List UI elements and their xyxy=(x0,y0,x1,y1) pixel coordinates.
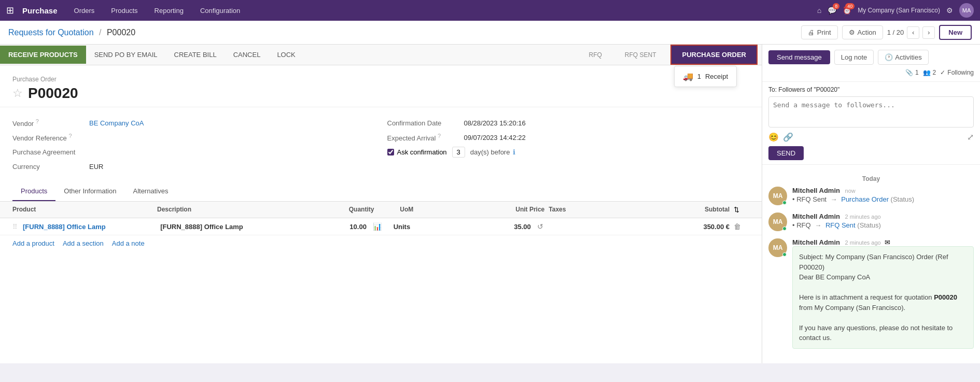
ask-confirmation-checkbox[interactable] xyxy=(387,149,394,155)
cell-quantity[interactable]: 10.00 xyxy=(298,223,371,231)
receipt-dropdown[interactable]: 🚚 1 Receipt xyxy=(674,66,737,87)
receive-products-button[interactable]: RECEIVE PRODUCTS xyxy=(0,46,86,64)
action-strip: RECEIVE PRODUCTS SEND PO BY EMAIL CREATE… xyxy=(0,45,762,65)
nav-orders[interactable]: Orders xyxy=(70,5,99,17)
follower-count[interactable]: 👥 2 xyxy=(923,69,936,76)
vendor-field: Vendor ? BE Company CoA xyxy=(12,116,375,130)
form-area: RECEIVE PRODUCTS SEND PO BY EMAIL CREATE… xyxy=(0,45,762,363)
step-rfq-sent: RFQ SENT xyxy=(617,46,665,64)
new-button[interactable]: New xyxy=(939,25,972,40)
send-button[interactable]: SEND xyxy=(768,146,804,160)
expand-icon[interactable]: ⤢ xyxy=(967,132,974,142)
printer-icon: 🖨 xyxy=(808,29,815,36)
table-footer: Add a product Add a section Add a note xyxy=(0,235,762,251)
tab-other-info[interactable]: Other Information xyxy=(55,182,124,201)
tab-products[interactable]: Products xyxy=(12,182,55,201)
emoji-icon[interactable]: 😊 xyxy=(768,132,779,142)
vendor-help-icon[interactable]: ? xyxy=(36,118,39,124)
col-header-uom: UoM xyxy=(400,206,472,214)
log-note-button[interactable]: Log note xyxy=(834,50,874,65)
info-icon[interactable]: ℹ xyxy=(513,148,515,156)
tab-alternatives[interactable]: Alternatives xyxy=(124,182,176,201)
message-body-1: • RFQ Sent → Purchase Order (Status) xyxy=(792,195,974,203)
breadcrumb: Requests for Quotation / P00020 xyxy=(8,28,135,37)
cell-unit-price[interactable]: 35.00 xyxy=(462,223,535,231)
email-greeting: Dear BE Company CoA xyxy=(799,272,967,282)
ask-days-before: day(s) before xyxy=(470,148,510,156)
step-arrow-1 xyxy=(610,46,617,64)
order-number: P00020 xyxy=(28,85,78,102)
purchase-agreement-label: Purchase Agreement xyxy=(12,148,85,156)
reorder-icon[interactable]: ⇅ xyxy=(734,206,739,214)
send-message-button[interactable]: Send message xyxy=(768,50,830,64)
create-bill-button[interactable]: CREATE BILL xyxy=(166,46,225,64)
message-input[interactable] xyxy=(768,96,974,128)
arrow-sep-1: → xyxy=(831,195,837,203)
vendor-ref-help-icon[interactable]: ? xyxy=(68,133,72,139)
chat-badge: 8 xyxy=(833,3,839,9)
activities-button[interactable]: 🕐 Activities xyxy=(878,50,928,65)
expected-arrival-help-icon[interactable]: ? xyxy=(438,133,441,139)
avatar-2: MA xyxy=(768,213,787,231)
email-line2: If you have any questions, please do not… xyxy=(799,323,967,343)
cell-description[interactable]: [FURN_8888] Office Lamp xyxy=(160,223,298,231)
delete-row-icon[interactable]: 🗑 xyxy=(734,222,741,231)
chatter-messages: Today MA Mitchell Admin now • RFQ Sent →… xyxy=(762,165,980,363)
message-time-3: 2 minutes ago xyxy=(845,239,881,246)
following-button[interactable]: ✓ Following xyxy=(940,69,974,76)
attachment-icon[interactable]: 🔗 xyxy=(783,132,793,142)
prev-button[interactable]: ‹ xyxy=(907,26,919,39)
status-bar: RFQ RFQ SENT PURCHASE ORDER xyxy=(580,45,762,65)
print-button[interactable]: 🖨 Print xyxy=(801,25,838,39)
cancel-button[interactable]: CANCEL xyxy=(225,46,269,64)
home-icon[interactable]: ⌂ xyxy=(817,6,821,15)
breadcrumb-separator: / xyxy=(99,28,101,37)
col-header-actions: ⇅ xyxy=(734,206,749,214)
pagination: 1 / 20 ‹ › xyxy=(887,26,935,39)
cell-uom[interactable]: Units xyxy=(394,223,463,231)
settings-icon[interactable]: ⚙ xyxy=(946,6,953,15)
action-button[interactable]: ⚙ Action xyxy=(842,25,883,39)
truck-icon: 🚚 xyxy=(683,72,693,81)
cell-delete: 🗑 xyxy=(734,222,749,231)
cell-product[interactable]: [FURN_8888] Office Lamp xyxy=(23,223,160,231)
online-indicator-2 xyxy=(782,227,787,231)
paperclip-icon: 📎 xyxy=(905,69,913,76)
ask-confirmation-checkbox-group: Ask confirmation 3 day(s) before ℹ xyxy=(387,147,516,158)
app-grid-icon[interactable]: ⊞ xyxy=(6,5,14,16)
activity-icon[interactable]: ⏰40 xyxy=(843,6,851,15)
add-note-button[interactable]: Add a note xyxy=(112,239,145,247)
add-product-button[interactable]: Add a product xyxy=(12,239,54,247)
star-icon[interactable]: ☆ xyxy=(12,87,23,100)
vendor-ref-field: Vendor Reference ? xyxy=(12,130,375,145)
message-compose: To: Followers of "P00020" 😊 🔗 ⤢ SEND xyxy=(762,82,980,165)
send-po-email-button[interactable]: SEND PO BY EMAIL xyxy=(86,46,166,64)
arrow-sep-2: → xyxy=(815,221,821,229)
top-navigation: ⊞ Purchase Orders Products Reporting Con… xyxy=(0,0,980,21)
ask-days[interactable]: 3 xyxy=(452,147,465,158)
add-section-button[interactable]: Add a section xyxy=(63,239,104,247)
col-header-product: Product xyxy=(12,206,157,214)
vendor-ref-label: Vendor Reference ? xyxy=(12,133,85,142)
gear-icon: ⚙ xyxy=(849,29,855,36)
breadcrumb-parent[interactable]: Requests for Quotation xyxy=(8,28,94,37)
chat-icon[interactable]: 💬8 xyxy=(828,6,836,15)
reset-price-icon[interactable]: ↺ xyxy=(537,222,543,231)
lock-button[interactable]: LOCK xyxy=(269,46,303,64)
vendor-label: Vendor ? xyxy=(12,118,85,128)
ask-confirmation-label: Ask confirmation xyxy=(397,148,447,156)
purchase-order-step[interactable]: PURCHASE ORDER xyxy=(670,45,758,65)
followers-icon: 👥 xyxy=(923,69,931,76)
email-subject: Subject: My Company (San Francisco) Orde… xyxy=(799,252,967,272)
vendor-value[interactable]: BE Company CoA xyxy=(89,119,144,127)
nav-configuration[interactable]: Configuration xyxy=(196,5,244,17)
user-avatar[interactable]: MA xyxy=(959,3,974,18)
message-body-2: • RFQ → RFQ Sent (Status) xyxy=(792,221,974,229)
attachment-count[interactable]: 📎 1 xyxy=(905,69,919,76)
next-button[interactable]: › xyxy=(922,26,935,39)
nav-products[interactable]: Products xyxy=(107,5,142,17)
chart-icon[interactable]: 📊 xyxy=(373,222,382,231)
drag-handle-icon[interactable]: ⠿ xyxy=(12,223,21,231)
message-item-2: MA Mitchell Admin 2 minutes ago • RFQ → … xyxy=(768,213,974,231)
nav-reporting[interactable]: Reporting xyxy=(150,5,188,17)
